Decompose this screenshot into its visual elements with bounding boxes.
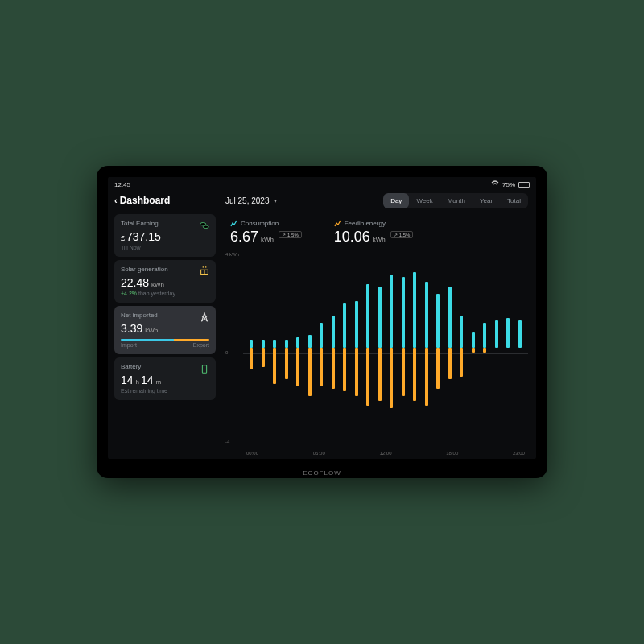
card-value: £ 737.15 (121, 230, 209, 243)
sidebar: ‹ Dashboard Total Earning £ 737.15 Till … (108, 190, 221, 459)
card-label: Net imported (121, 312, 209, 319)
yaxis-label: 0 (225, 350, 228, 355)
date-label: Jul 25, 2023 (225, 196, 270, 205)
battery-percent: 75% (502, 181, 515, 188)
card-net-imported[interactable]: Net imported 3.39 kWh Import Export (114, 306, 216, 354)
card-total-earning[interactable]: Total Earning £ 737.15 Till Now (114, 214, 216, 257)
range-segmented: Day Week Month Year Total (383, 193, 528, 208)
metric-feedin: Feedin energy 10.06 kWh ↗1.5% (334, 220, 414, 246)
card-label: Solar generation (121, 266, 209, 273)
battery-icon (199, 363, 210, 374)
card-label: Battery (121, 363, 209, 370)
chart-bars (243, 250, 528, 444)
chart: 4 kWh 0 -4 00:00 06:00 12:00 18:00 23:00 (225, 250, 528, 456)
delta-badge: ↗1.5% (279, 231, 302, 238)
consumption-icon (230, 220, 237, 227)
feedin-icon (334, 220, 341, 227)
svg-point-2 (203, 225, 208, 229)
card-value: 22.48 kWh (121, 276, 209, 289)
card-sub: +4.2% than yesterday (121, 291, 209, 296)
import-export-bar (121, 339, 209, 341)
solar-panel-icon (199, 266, 210, 277)
status-bar: 12:45 75% (108, 177, 536, 190)
clock: 12:45 (114, 181, 130, 188)
date-picker[interactable]: Jul 25, 2023 ▼ (225, 196, 278, 205)
screen: 12:45 75% ‹ Dashboard Total Earning (108, 177, 536, 459)
xaxis: 00:00 06:00 12:00 18:00 23:00 (243, 451, 528, 456)
card-solar-generation[interactable]: Solar generation 22.48 kWh +4.2% than ye… (114, 260, 216, 303)
coins-icon (199, 220, 210, 231)
device-frame: 12:45 75% ‹ Dashboard Total Earning (97, 166, 547, 478)
tab-month[interactable]: Month (440, 193, 473, 208)
card-battery[interactable]: Battery 14 h 14 m Est remaining time (114, 357, 216, 400)
svg-rect-9 (202, 365, 206, 374)
sidebar-back[interactable]: ‹ Dashboard (114, 195, 216, 206)
yaxis-label: 4 kWh (225, 252, 239, 257)
import-export-labels: Import Export (121, 342, 209, 348)
svg-point-0 (494, 185, 495, 186)
grid-icon (199, 312, 210, 323)
card-sub: Till Now (121, 245, 209, 250)
tab-year[interactable]: Year (473, 193, 500, 208)
main-panel: Jul 25, 2023 ▼ Day Week Month Year Total (221, 190, 536, 459)
battery-icon (518, 182, 530, 188)
card-value: 14 h 14 m (121, 374, 209, 386)
page-title: Dashboard (120, 195, 171, 206)
chevron-left-icon: ‹ (114, 196, 118, 205)
tab-week[interactable]: Week (409, 193, 440, 208)
caret-down-icon: ▼ (273, 198, 279, 204)
delta-badge: ↗1.5% (390, 231, 414, 238)
card-label: Total Earning (121, 220, 209, 227)
card-value: 3.39 kWh (121, 322, 209, 335)
card-sub: Est remaining time (121, 388, 209, 394)
tab-total[interactable]: Total (500, 193, 528, 208)
metric-consumption: Consumption 6.67 kWh ↗1.5% (230, 220, 302, 246)
svg-point-1 (200, 223, 206, 226)
device-brand: ECOFLOW (303, 469, 341, 477)
tab-day[interactable]: Day (383, 193, 409, 208)
yaxis-label: -4 (225, 440, 229, 444)
wifi-icon (491, 180, 499, 188)
